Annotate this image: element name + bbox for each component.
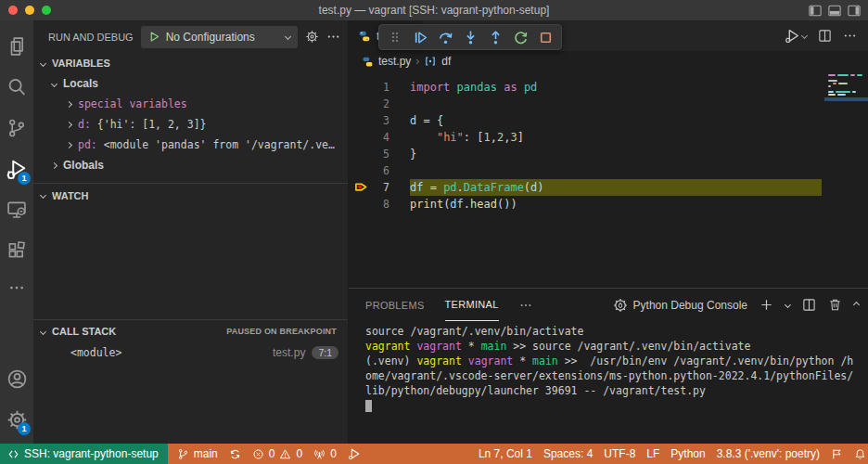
tab-problems[interactable]: PROBLEMS (365, 289, 425, 321)
minimap-current-line (824, 97, 868, 101)
terminal-line: vagrant vagrant * main >> source /vagran… (365, 339, 868, 354)
notifications-bell-item[interactable] (849, 444, 868, 464)
start-debug-icon[interactable] (148, 31, 160, 43)
debug-status-icon-item[interactable] (342, 444, 366, 464)
zoom-window-button[interactable] (42, 6, 51, 15)
close-window-button[interactable] (8, 6, 18, 15)
tab-terminal[interactable]: TERMINAL (445, 289, 499, 321)
code-line-1[interactable]: 1import pandas as pd (349, 79, 868, 96)
line-number[interactable]: 5 (349, 146, 410, 162)
settings-button[interactable]: 1 (0, 399, 33, 440)
python-interpreter-item[interactable]: 3.8.3 ('.venv': poetry) (711, 444, 825, 464)
toggle-panel-icon[interactable] (828, 5, 841, 17)
call-stack-header[interactable]: CALL STACK PAUSED ON BREAKPOINT (33, 320, 348, 342)
stop-button[interactable] (534, 26, 556, 48)
new-terminal-icon[interactable] (760, 298, 773, 312)
line-number[interactable]: 1 (349, 79, 410, 96)
additional-views-button[interactable] (0, 271, 33, 304)
sidebar-item-explorer[interactable] (0, 26, 33, 67)
call-stack-frame-row[interactable]: <module> test.py 7:1 (33, 342, 348, 363)
frame-file-label: test.py (273, 346, 305, 359)
run-python-file-button[interactable] (785, 28, 807, 44)
terminal-dropdown-chevron-icon[interactable] (785, 302, 791, 308)
panel-more-tabs-icon[interactable] (519, 299, 532, 312)
bottom-panel: PROBLEMS TERMINAL Python Debug Console (349, 288, 868, 444)
restart-button[interactable] (509, 26, 531, 48)
title-bar: test.py — vagrant [SSH: vagrant-python-s… (0, 0, 868, 20)
line-number[interactable]: 8 (349, 196, 410, 213)
code-line-5[interactable]: 5} (349, 146, 868, 162)
debug-toolbar (378, 24, 562, 50)
call-stack-section: CALL STACK PAUSED ON BREAKPOINT <module>… (33, 319, 348, 444)
toggle-secondary-sidebar-icon[interactable] (848, 5, 861, 17)
code-line-4[interactable]: 4 "hi": [1,2,3] (349, 129, 868, 146)
code-line-2[interactable]: 2 (349, 96, 868, 112)
variables-section-header[interactable]: VARIABLES (33, 53, 348, 73)
chevron-down-icon (40, 192, 46, 199)
code-line-7[interactable]: 7df = pd.DataFrame(d) (349, 179, 868, 196)
git-branch-item[interactable]: main (172, 444, 223, 464)
minimap[interactable] (824, 73, 868, 97)
breadcrumb-file[interactable]: test.py (378, 55, 411, 68)
step-into-button[interactable] (459, 26, 481, 48)
continue-button[interactable] (409, 26, 431, 48)
variables-row-pd[interactable]: pd: <module 'pandas' from '/vagrant/.ven… (33, 135, 348, 155)
minimize-window-button[interactable] (25, 6, 34, 15)
remote-indicator[interactable]: SSH: vagrant-python-setup (0, 444, 168, 464)
line-number[interactable]: 6 (349, 162, 410, 179)
watch-section-header[interactable]: WATCH (33, 190, 89, 201)
line-number[interactable]: 2 (349, 96, 410, 112)
code-editor[interactable]: 1import pandas as pd23d = {4 "hi": [1,2,… (349, 71, 868, 288)
step-over-button[interactable] (434, 26, 456, 48)
variables-scope-globals[interactable]: Globals (33, 155, 348, 175)
cursor-position-item[interactable]: Ln 7, Col 1 (473, 444, 538, 464)
code-line-3[interactable]: 3d = { (349, 112, 868, 129)
encoding-item[interactable]: UTF-8 (598, 444, 641, 464)
sidebar-item-search[interactable] (0, 67, 33, 108)
sync-changes-button[interactable] (223, 444, 247, 464)
code-text (410, 162, 868, 179)
variables-row-d[interactable]: d: {'hi': [1, 2, 3]} (33, 114, 348, 135)
language-mode-item[interactable]: Python (665, 444, 710, 464)
line-number[interactable]: 4 (349, 129, 410, 146)
toolbar-drag-handle[interactable] (384, 26, 406, 48)
sidebar-item-source-control[interactable] (0, 108, 33, 148)
views-more-actions-icon[interactable] (326, 30, 340, 44)
forwarded-ports-indicator[interactable]: 0 (308, 444, 342, 464)
watch-title: WATCH (52, 190, 89, 201)
sidebar-item-run-and-debug[interactable]: 1 (0, 148, 33, 189)
terminal-output[interactable]: source /vagrant/.venv/bin/activatevagran… (349, 321, 868, 444)
debug-configurations-dropdown[interactable]: No Configurations (141, 26, 298, 48)
branch-label: main (194, 447, 218, 460)
toggle-sidebar-icon[interactable] (809, 5, 822, 17)
paused-breakpoint-icon[interactable] (354, 180, 369, 194)
maximize-panel-chevron-icon[interactable] (853, 302, 860, 308)
sidebar-item-remote-explorer[interactable] (0, 189, 33, 230)
variables-row-special[interactable]: special variables (33, 94, 348, 114)
code-line-8[interactable]: 8print(df.head()) (349, 196, 868, 213)
terminal-line: source /vagrant/.venv/bin/activate (365, 324, 868, 339)
sidebar-item-extensions[interactable] (0, 230, 33, 271)
debug-run-icon (348, 447, 361, 460)
step-out-button[interactable] (484, 26, 506, 48)
code-text (410, 96, 868, 112)
problems-indicator[interactable]: 0 0 (247, 444, 308, 464)
debug-console-icon (613, 298, 628, 313)
breadcrumb-symbol[interactable]: df (441, 55, 451, 68)
kill-terminal-trash-icon[interactable] (828, 298, 842, 312)
split-editor-icon[interactable] (818, 29, 832, 43)
editor-more-actions-icon[interactable] (843, 29, 857, 43)
debug-settings-gear-icon[interactable] (305, 30, 319, 44)
eol-item[interactable]: LF (641, 444, 665, 464)
line-number[interactable]: 3 (349, 112, 410, 129)
variables-scope-locals[interactable]: Locals (33, 73, 348, 94)
error-count: 0 (269, 447, 275, 460)
chevron-down-icon (801, 32, 808, 39)
terminal-selector-dropdown[interactable]: Python Debug Console (613, 298, 747, 313)
accounts-button[interactable] (0, 358, 33, 399)
split-terminal-icon[interactable] (802, 298, 816, 312)
indentation-item[interactable]: Spaces: 4 (538, 444, 598, 464)
extensions-icon (6, 240, 27, 261)
feedback-item[interactable] (825, 444, 849, 464)
code-line-6[interactable]: 6 (349, 162, 868, 179)
